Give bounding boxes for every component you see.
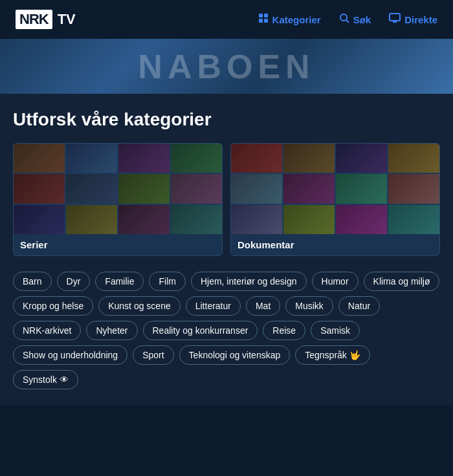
card-img	[283, 205, 335, 234]
svg-rect-6	[390, 14, 400, 21]
category-card-dokumentar[interactable]: Dokumentar	[230, 143, 440, 256]
card-img	[118, 205, 170, 234]
logo-tv: TV	[58, 11, 76, 28]
card-img	[171, 174, 222, 203]
card-img	[283, 144, 335, 173]
tags-container: BarnDyrFamilieFilmHjem, interiør og desi…	[13, 272, 440, 389]
tag-mat[interactable]: Mat	[246, 296, 280, 316]
main-content: Utforsk våre kategorier Serier	[0, 94, 453, 405]
svg-line-5	[346, 20, 349, 23]
featured-categories: Serier Dokumentar	[13, 143, 440, 256]
card-img	[66, 144, 117, 173]
tag-synstolk[interactable]: Synstolk 👁	[13, 370, 78, 389]
nav-kategorier-label: Kategorier	[272, 14, 321, 25]
logo[interactable]: NRK TV	[16, 10, 76, 29]
screen-icon	[389, 13, 401, 26]
logo-nrk: NRK	[16, 10, 52, 29]
card-img	[66, 174, 117, 203]
nav-kategorier[interactable]: Kategorier	[258, 13, 321, 26]
tag-barn[interactable]: Barn	[13, 272, 52, 291]
header: NRK TV Kategorier Søk	[0, 0, 453, 39]
tag-natur[interactable]: Natur	[338, 296, 380, 316]
tag-teknologi-vitenskap[interactable]: Teknologi og vitenskap	[179, 345, 291, 365]
tag-nyheter[interactable]: Nyheter	[86, 321, 137, 340]
hero-banner: NABOEN	[0, 39, 453, 94]
grid-icon	[258, 13, 269, 26]
svg-rect-3	[264, 19, 268, 23]
tag-dyr[interactable]: Dyr	[57, 272, 91, 291]
card-img	[336, 144, 387, 173]
card-img	[231, 205, 282, 234]
card-img	[171, 205, 222, 234]
card-img	[388, 144, 439, 173]
card-img	[388, 174, 439, 203]
page-title: Utforsk våre kategorier	[13, 109, 440, 130]
tag-reality-konkurranser[interactable]: Reality og konkurranser	[143, 321, 258, 340]
svg-rect-0	[259, 14, 263, 17]
tag-hjem-interior-design[interactable]: Hjem, interiør og design	[191, 272, 307, 291]
card-img	[336, 174, 387, 203]
tag-sport[interactable]: Sport	[133, 345, 173, 365]
tag-kunst-scene[interactable]: Kunst og scene	[98, 296, 181, 316]
card-img	[231, 174, 282, 203]
card-images-serier	[14, 144, 222, 234]
tag-reise[interactable]: Reise	[263, 321, 305, 340]
hero-text: NABOEN	[138, 47, 315, 86]
svg-rect-2	[259, 19, 263, 23]
svg-point-4	[340, 14, 347, 21]
card-label-dokumentar: Dokumentar	[231, 234, 439, 255]
tag-kropp-helse[interactable]: Kropp og helse	[13, 296, 93, 316]
tag-show-underholdning[interactable]: Show og underholdning	[13, 345, 127, 365]
tag-humor[interactable]: Humor	[312, 272, 359, 291]
card-img	[14, 174, 65, 203]
card-img	[171, 144, 222, 173]
card-img	[14, 205, 65, 234]
card-images-dokumentar	[231, 144, 439, 234]
nav-sok-label: Søk	[353, 14, 371, 25]
category-card-serier[interactable]: Serier	[13, 143, 223, 256]
search-icon	[339, 13, 349, 26]
nav-direkte[interactable]: Direkte	[389, 13, 437, 26]
tag-musikk[interactable]: Musikk	[285, 296, 333, 316]
card-img	[231, 144, 282, 173]
tag-tegnsprak[interactable]: Tegnspråk 🤟	[295, 345, 370, 365]
card-img	[118, 174, 170, 203]
tag-litteratur[interactable]: Litteratur	[186, 296, 241, 316]
tag-nrk-arkivet[interactable]: NRK-arkivet	[13, 321, 81, 340]
tag-samisk[interactable]: Samisk	[311, 321, 360, 340]
tag-klima-miljo[interactable]: Klima og miljø	[364, 272, 440, 291]
card-label-serier: Serier	[14, 234, 222, 255]
tag-familie[interactable]: Familie	[95, 272, 144, 291]
main-nav: Kategorier Søk Direkte	[258, 13, 437, 26]
card-img	[336, 205, 387, 234]
nav-sok[interactable]: Søk	[339, 13, 371, 26]
card-img	[66, 205, 117, 234]
tag-film[interactable]: Film	[149, 272, 185, 291]
svg-rect-1	[264, 14, 268, 17]
card-img	[118, 144, 170, 173]
nav-direkte-label: Direkte	[404, 14, 437, 25]
card-img	[14, 144, 65, 173]
card-img	[388, 205, 439, 234]
card-img	[283, 174, 335, 203]
